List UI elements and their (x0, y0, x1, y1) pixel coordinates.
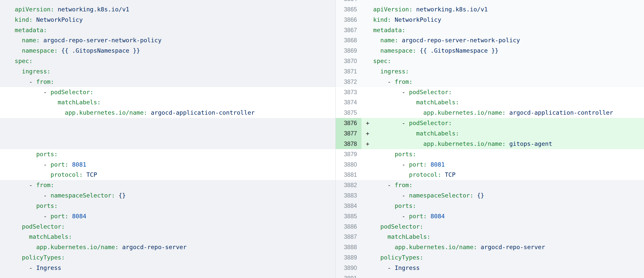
code-segment-key: from: (36, 182, 54, 189)
old-code-line: app.kubernetes.io/name: argocd-applicati… (15, 108, 335, 118)
line-number[interactable]: 3879 (336, 149, 361, 160)
line-number[interactable]: 3888 (336, 242, 361, 252)
code-segment-key: podSelector: (373, 223, 423, 230)
diff-row-new: 3874 matchLabels: (336, 97, 644, 108)
diff-row-old: - Ingress (0, 263, 335, 273)
code-segment-key: ingress: (15, 68, 50, 75)
code-segment-plain: - (15, 213, 50, 220)
code-segment-key: app.kubernetes.io/name: (373, 109, 506, 116)
code-segment-key: app.kubernetes.io/name: (15, 244, 118, 251)
diff-row-old: namespace: {{ .GitopsNamespace }} (0, 46, 335, 56)
line-number[interactable]: 3864 (336, 0, 361, 4)
line-number[interactable]: 3866 (336, 15, 361, 25)
line-number[interactable]: 3886 (336, 222, 361, 232)
diff-row-new: 3872 - from: (336, 77, 644, 87)
diff-row-new: 3865apiVersion: networking.k8s.io/v1 (336, 4, 644, 15)
code-segment-plain: - (15, 192, 50, 199)
line-number[interactable]: 3865 (336, 4, 361, 15)
old-code-rows: ---apiVersion: networking.k8s.io/v1kind:… (0, 0, 335, 278)
line-number[interactable]: 3877 (336, 128, 361, 139)
old-code-line: - Ingress (15, 263, 335, 273)
code-segment-val: argocd-repo-server-network-policy (398, 37, 520, 44)
line-number[interactable]: 3870 (336, 56, 361, 66)
diff-row-new: 3868 name: argocd-repo-server-network-po… (336, 35, 644, 46)
diff-marker: + (361, 139, 373, 149)
code-segment-val: Ingress (395, 264, 420, 271)
line-number[interactable]: 3887 (336, 232, 361, 242)
code-segment-num: 8084 (427, 213, 445, 220)
code-segment-val: TCP (441, 171, 456, 178)
new-code-line: protocol: TCP (373, 170, 644, 180)
old-code-line: app.kubernetes.io/name: argocd-repo-serv… (15, 242, 335, 252)
new-code-line: app.kubernetes.io/name: argocd-repo-serv… (373, 242, 644, 252)
code-segment-key: podSelector: (50, 89, 93, 96)
line-number[interactable]: 3889 (336, 252, 361, 263)
diff-row-new: 3883 - namespaceSelector: {} (336, 190, 644, 201)
line-number[interactable]: 3885 (336, 211, 361, 222)
code-segment-val: argocd-repo-server (477, 244, 545, 251)
diff-row-old: - port: 8084 (0, 211, 335, 222)
diff-row-old: --- (0, 273, 335, 278)
diff-row-new: 3886 podSelector: (336, 222, 644, 232)
code-segment-key: metadata: (15, 27, 47, 34)
new-code-line: - from: (373, 180, 644, 190)
old-code-line: --- (15, 273, 335, 278)
code-segment-key: protocol: (15, 171, 83, 178)
diff-row-new: 3869 namespace: {{ .GitopsNamespace }} (336, 46, 644, 56)
line-number[interactable]: 3883 (336, 190, 361, 201)
code-segment-val: networking.k8s.io/v1 (413, 6, 488, 13)
line-number[interactable]: 3891 (336, 273, 361, 278)
new-code-rows: 3864---3865apiVersion: networking.k8s.io… (336, 0, 644, 278)
diff-row-old: metadata: (0, 25, 335, 35)
code-segment-key: name: (373, 37, 398, 44)
line-number[interactable]: 3873 (336, 87, 361, 97)
code-segment-val: {{ .GitopsNamespace }} (58, 47, 140, 54)
old-code-line: - podSelector: (15, 87, 335, 97)
new-code-line: podSelector: (373, 222, 644, 232)
code-segment-key: namespace: (373, 47, 416, 54)
line-number[interactable]: 3867 (336, 25, 361, 35)
new-code-line: - podSelector: (373, 87, 644, 97)
line-number[interactable]: 3878 (336, 139, 361, 149)
line-number[interactable]: 3871 (336, 66, 361, 77)
new-code-line: matchLabels: (373, 232, 644, 242)
line-number[interactable]: 3875 (336, 108, 361, 118)
old-code-line: spec: (15, 56, 335, 66)
line-number[interactable]: 3872 (336, 77, 361, 87)
code-segment-key: ports: (373, 151, 416, 158)
line-number[interactable]: 3882 (336, 180, 361, 190)
diff-row-old: - podSelector: (0, 87, 335, 97)
code-segment-key: protocol: (373, 171, 441, 178)
old-code-line: kind: NetworkPolicy (15, 15, 335, 25)
code-segment-val: TCP (83, 171, 97, 178)
code-segment-val: {} (115, 192, 126, 199)
diff-row-old: - namespaceSelector: {} (0, 190, 335, 201)
new-code-line: ports: (373, 149, 644, 160)
line-number[interactable]: 3874 (336, 97, 361, 108)
code-segment-key: apiVersion: (15, 6, 54, 13)
old-code-line: apiVersion: networking.k8s.io/v1 (15, 4, 335, 15)
code-segment-key: metadata: (373, 27, 405, 34)
line-number[interactable]: 3869 (336, 46, 361, 56)
code-segment-val: NetworkPolicy (33, 16, 83, 23)
line-number[interactable]: 3890 (336, 263, 361, 273)
line-number[interactable]: 3876 (336, 118, 361, 128)
old-code-line: --- (15, 0, 335, 4)
new-code-pane: 3864---3865apiVersion: networking.k8s.io… (336, 0, 644, 278)
diff-row-new: 3881 protocol: TCP (336, 170, 644, 180)
diff-row-new: 3877+ matchLabels: (336, 128, 644, 139)
line-number[interactable]: 3884 (336, 201, 361, 211)
diff-row-new: 3879 ports: (336, 149, 644, 160)
line-number[interactable]: 3880 (336, 160, 361, 170)
code-segment-val: networking.k8s.io/v1 (54, 6, 129, 13)
line-number[interactable]: 3881 (336, 170, 361, 180)
line-number[interactable]: 3868 (336, 35, 361, 46)
diff-row-new: 3866kind: NetworkPolicy (336, 15, 644, 25)
old-code-line: namespace: {{ .GitopsNamespace }} (15, 46, 335, 56)
old-code-line: podSelector: (15, 222, 335, 232)
new-code-line: policyTypes: (373, 252, 644, 263)
code-segment-num: 8084 (68, 213, 86, 220)
code-segment-plain: - (373, 120, 409, 127)
old-code-line: name: argocd-repo-server-network-policy (15, 35, 335, 46)
new-code-line: - port: 8081 (373, 160, 644, 170)
